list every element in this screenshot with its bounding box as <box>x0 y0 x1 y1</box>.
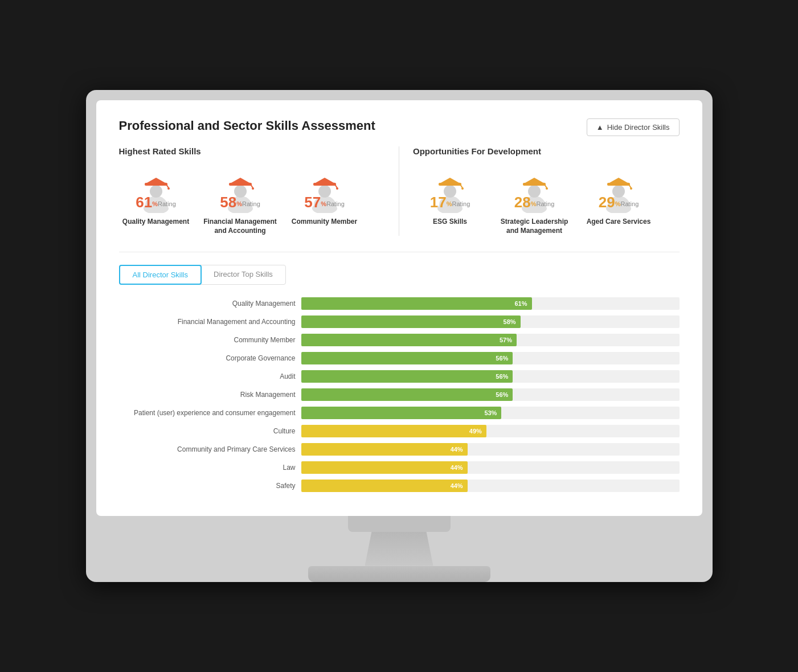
bar-label: Financial Management and Accounting <box>119 318 296 326</box>
bar-track: 57% <box>301 334 680 346</box>
rating-sup: % <box>236 201 242 207</box>
skill-card-icon: 28 % Rating <box>511 167 557 213</box>
skill-card: 61 % Rating Quality Management <box>119 167 193 235</box>
bar-pct: 49% <box>469 428 482 435</box>
skill-name: Financial Management and Accounting <box>203 218 277 235</box>
svg-point-35 <box>630 187 632 190</box>
rating-number: 17 <box>430 195 447 210</box>
bar-label: Risk Management <box>119 391 296 399</box>
bar-fill: 44% <box>301 480 468 492</box>
skill-card: 58 % Rating Financial Management and Acc… <box>203 167 277 235</box>
bar-track: 61% <box>301 297 680 310</box>
hide-director-skills-button[interactable]: ▲ Hide Director Skills <box>587 118 680 136</box>
bar-row: Patient (user) experience and consumer e… <box>119 407 680 419</box>
rating-number: 58 <box>220 195 236 210</box>
skill-rating-badge: 61 % Rating <box>136 195 176 210</box>
bar-label: Patient (user) experience and consumer e… <box>119 409 296 417</box>
skills-row: Highest Rated Skills 61 % Rating Quality… <box>119 146 680 235</box>
skill-name: Community Member <box>292 218 357 227</box>
bar-label: Corporate Governance <box>119 354 296 362</box>
skill-card: 29 % Rating Aged Care Services <box>582 167 656 235</box>
rating-sup: % <box>447 201 452 207</box>
bar-pct: 56% <box>496 391 508 398</box>
bar-track: 44% <box>301 480 680 492</box>
bar-label: Community Member <box>119 336 296 344</box>
svg-rect-2 <box>145 183 167 186</box>
skill-name: Aged Care Services <box>587 218 651 227</box>
skill-rating-badge: 28 % Rating <box>514 195 555 210</box>
tabs-row: All Director SkillsDirector Top Skills <box>119 265 286 285</box>
page-title: Professional and Sector Skills Assessmen… <box>119 118 375 133</box>
bar-pct: 56% <box>496 355 508 362</box>
svg-marker-21 <box>441 178 459 183</box>
svg-marker-3 <box>147 178 165 183</box>
rating-label: Rating <box>536 200 554 207</box>
svg-rect-14 <box>313 183 336 186</box>
bar-pct: 44% <box>451 464 463 471</box>
section-divider <box>399 146 399 235</box>
svg-rect-32 <box>607 183 630 186</box>
svg-rect-8 <box>229 183 252 186</box>
rating-number: 61 <box>136 195 152 210</box>
bar-fill: 44% <box>301 443 468 456</box>
skill-card-icon: 17 % Rating <box>427 167 473 213</box>
rating-label: Rating <box>158 200 176 207</box>
skill-rating-badge: 17 % Rating <box>430 195 470 210</box>
bar-row: Culture 49% <box>119 425 680 437</box>
bar-fill: 56% <box>301 352 513 364</box>
rating-label: Rating <box>620 200 639 207</box>
skill-card: 57 % Rating Community Member <box>288 167 362 235</box>
bar-label: Audit <box>119 372 296 380</box>
bar-row: Risk Management 56% <box>119 388 680 401</box>
skill-name: ESG Skills <box>433 218 467 227</box>
skill-name: Quality Management <box>122 218 189 227</box>
svg-rect-20 <box>439 183 461 186</box>
tab-top[interactable]: Director Top Skills <box>201 265 285 284</box>
skill-card-icon: 29 % Rating <box>596 167 641 213</box>
skill-card-icon: 61 % Rating <box>133 167 179 213</box>
rating-number: 29 <box>599 195 615 210</box>
page-header: Professional and Sector Skills Assessmen… <box>119 118 680 136</box>
rating-sup: % <box>615 201 621 207</box>
bar-row: Corporate Governance 56% <box>119 352 680 364</box>
bar-row: Audit 56% <box>119 370 680 383</box>
monitor-stand-neck <box>365 532 433 566</box>
bar-fill: 58% <box>301 315 521 328</box>
skill-rating-badge: 57 % Rating <box>304 195 345 210</box>
rating-number: 28 <box>514 195 531 210</box>
rating-sup: % <box>531 201 537 207</box>
skill-card: 17 % Rating ESG Skills <box>413 167 487 235</box>
highest-rated-section: Highest Rated Skills 61 % Rating Quality… <box>119 146 386 235</box>
bar-label: Law <box>119 464 296 472</box>
chevron-up-icon: ▲ <box>596 123 604 132</box>
bar-track: 44% <box>301 461 680 474</box>
rating-sup: % <box>321 201 326 207</box>
bar-track: 58% <box>301 315 680 328</box>
svg-point-23 <box>461 187 464 190</box>
bar-pct: 53% <box>484 409 497 416</box>
svg-rect-26 <box>523 183 546 186</box>
bar-pct: 56% <box>496 373 508 380</box>
bar-pct: 44% <box>451 446 463 453</box>
bar-label: Safety <box>119 482 296 490</box>
bar-fill: 61% <box>301 297 532 310</box>
bar-track: 53% <box>301 407 680 419</box>
bar-track: 49% <box>301 425 680 437</box>
bar-row: Community and Primary Care Services 44% <box>119 443 680 456</box>
svg-point-5 <box>167 187 170 190</box>
hide-btn-label: Hide Director Skills <box>607 123 670 132</box>
rating-number: 57 <box>304 195 321 210</box>
tab-all[interactable]: All Director Skills <box>119 265 202 285</box>
bar-label: Culture <box>119 427 296 435</box>
rating-label: Rating <box>452 200 470 207</box>
bar-fill: 53% <box>301 407 502 419</box>
bar-fill: 56% <box>301 370 513 383</box>
bar-fill: 49% <box>301 425 486 437</box>
svg-point-29 <box>546 187 548 190</box>
bar-fill: 57% <box>301 334 517 346</box>
bar-track: 56% <box>301 352 680 364</box>
bar-label: Community and Primary Care Services <box>119 445 296 453</box>
bar-track: 44% <box>301 443 680 456</box>
monitor-stand-base <box>308 566 490 582</box>
bar-pct: 57% <box>500 337 512 343</box>
